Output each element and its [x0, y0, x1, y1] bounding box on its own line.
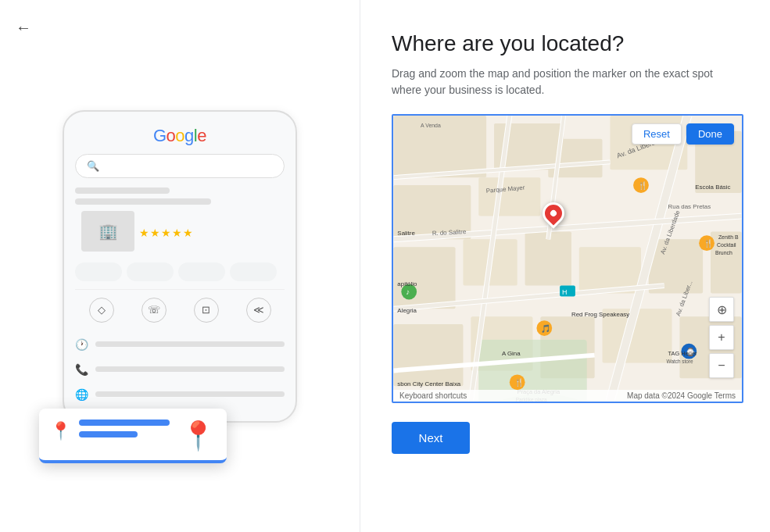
phone-list-item-web: 🌐 [75, 382, 285, 407]
map-container[interactable]: Av. da Liberdade R. do Salitre Parque Ma… [392, 114, 743, 403]
left-panel: ← Google 🔍 🏢 ★★★★★ ◇ ☏ ⊡ [0, 0, 360, 532]
map-svg: Av. da Liberdade R. do Salitre Parque Ma… [393, 116, 742, 402]
svg-text:sbon City Center Baixa: sbon City Center Baixa [397, 380, 460, 387]
phone-action-icon-share: ≪ [246, 298, 271, 323]
svg-rect-14 [393, 324, 463, 386]
phone-phone-icon: 📞 [75, 363, 88, 376]
back-button[interactable]: ← [16, 19, 31, 37]
floating-card-lines [79, 420, 170, 443]
phone-stars: ★★★★★ [139, 227, 194, 239]
phone-chips [75, 262, 285, 281]
map-controls-top: Reset Done [632, 123, 734, 145]
phone-action-icon-directions: ◇ [89, 298, 114, 323]
map-data-attribution: Map data ©2024 Google Terms [627, 391, 736, 400]
floating-card-pin-icon: 📍 [50, 421, 71, 441]
phone-image-placeholder: 🏢 [81, 211, 134, 252]
phone-list-line-hours [95, 341, 285, 347]
svg-text:🎵: 🎵 [541, 323, 551, 334]
phone-search-icon: 🔍 [87, 160, 99, 172]
phone-action-icon-call: ☏ [141, 298, 167, 323]
map-footer: Keyboard shortcuts Map data ©2024 Google… [393, 390, 742, 402]
map-keyboard-shortcuts: Keyboard shortcuts [399, 391, 467, 400]
phone-text-line-2 [75, 198, 211, 205]
svg-text:🍴: 🍴 [704, 238, 714, 248]
svg-text:A Venda: A Venda [421, 123, 441, 128]
svg-rect-10 [525, 231, 571, 285]
phone-list-item-phone: 📞 [75, 357, 285, 382]
map-zoom-in-button[interactable]: + [709, 325, 734, 350]
map-locate-button[interactable]: ⊕ [709, 297, 734, 322]
phone-chip-1 [75, 262, 122, 281]
map-controls-right: ⊕ + − [709, 297, 734, 378]
phone-hours-icon: 🕐 [75, 338, 88, 351]
svg-text:Alegria: Alegria [397, 307, 417, 314]
map-marker [543, 202, 564, 224]
phone-list-line-phone [95, 366, 285, 372]
phone-mockup: Google 🔍 🏢 ★★★★★ ◇ ☏ ⊡ ≪ [63, 110, 297, 423]
right-panel: Where are you located? Drag and zoom the… [360, 0, 770, 532]
map-zoom-out-button[interactable]: − [709, 353, 734, 378]
floating-card-map-marker-icon: 📍 [181, 420, 216, 452]
svg-text:Cocktail: Cocktail [717, 242, 736, 248]
svg-text:Brunch: Brunch [715, 250, 732, 255]
map-reset-button[interactable]: Reset [632, 123, 682, 145]
svg-text:Zenith B: Zenith B [718, 234, 739, 240]
page-title: Where are you located? [392, 31, 743, 56]
svg-rect-8 [393, 247, 455, 309]
phone-icons-row: ◇ ☏ ⊡ ≪ [75, 289, 285, 323]
phone-chip-2 [127, 262, 174, 281]
phone-list-items: 🕐 📞 🌐 [75, 329, 285, 407]
map-done-button[interactable]: Done [686, 123, 734, 145]
marker-pin [538, 198, 569, 229]
svg-text:Watch store: Watch store [667, 359, 693, 364]
phone-stars-row: 🏢 ★★★★★ [75, 211, 285, 255]
page-subtitle: Drag and zoom the map and position the m… [392, 66, 720, 98]
svg-text:Salitre: Salitre [397, 230, 415, 237]
phone-google-logo: Google [75, 126, 285, 146]
svg-rect-4 [478, 177, 540, 216]
phone-chip-4 [230, 262, 277, 281]
svg-text:Escola Básic: Escola Básic [695, 184, 730, 191]
phone-action-icon-save: ⊡ [194, 298, 219, 323]
phone-list-line-web [95, 391, 285, 397]
svg-text:Rua das Pretas: Rua das Pretas [668, 203, 711, 210]
svg-rect-13 [711, 231, 742, 293]
phone-chip-3 [178, 262, 225, 281]
svg-text:TAG Heuer: TAG Heuer [668, 350, 697, 357]
phone-text-line-1 [75, 187, 170, 194]
svg-text:♪: ♪ [406, 287, 410, 296]
svg-text:apitólio: apitólio [397, 280, 417, 287]
phone-web-icon: 🌐 [75, 388, 88, 401]
svg-text:🍴: 🍴 [514, 377, 525, 387]
svg-text:A Gina: A Gina [502, 350, 521, 357]
svg-text:H: H [562, 288, 567, 296]
map-background: Av. da Liberdade R. do Salitre Parque Ma… [393, 116, 742, 402]
marker-dot [549, 209, 557, 217]
phone-list-item-hours: 🕐 [75, 332, 285, 357]
floating-card: 📍 📍 [39, 409, 227, 463]
floating-card-line-1 [79, 420, 170, 426]
next-button[interactable]: Next [392, 422, 470, 454]
svg-text:🍴: 🍴 [638, 180, 648, 191]
svg-text:Red Frog Speakeasy: Red Frog Speakeasy [571, 311, 629, 318]
floating-card-line-2 [79, 431, 138, 437]
phone-search-bar: 🔍 [75, 154, 285, 178]
